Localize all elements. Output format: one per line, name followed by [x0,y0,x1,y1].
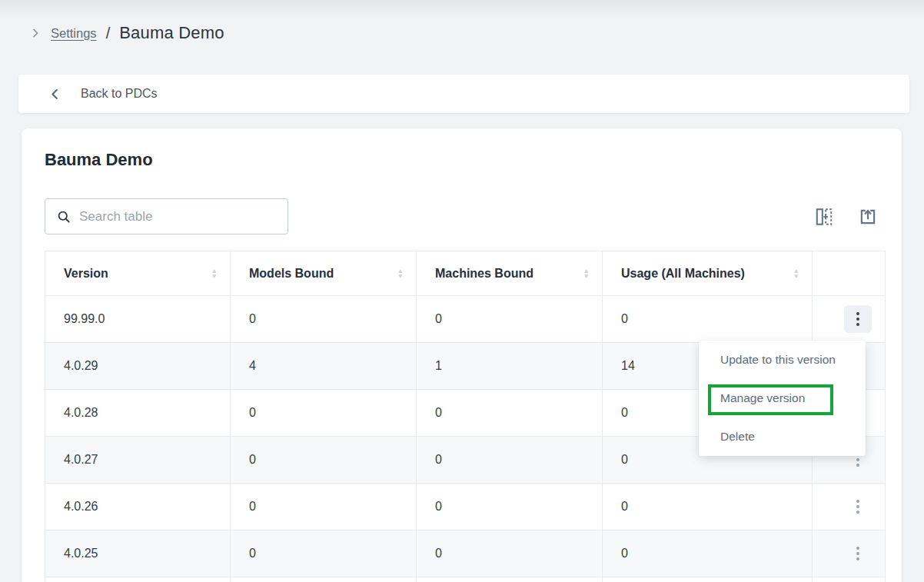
sort-icon[interactable]: ▲▼ [583,268,590,279]
cell-usage: 0 [603,530,813,577]
cell-machines-bound: 0 [417,390,603,437]
table-header-row: Version▲▼ Models Bound▲▼ Machines Bound▲… [45,251,886,296]
chevron-right-icon [29,27,42,39]
sort-icon[interactable]: ▲▼ [211,268,218,279]
cell-models-bound: 0 [231,530,417,577]
table-row: 99.99.0 0 0 0 [45,296,886,343]
table-search [45,198,288,234]
sort-icon[interactable]: ▲▼ [397,268,404,279]
cell-machines-bound: 1 [417,343,603,390]
row-actions-kebab-icon[interactable] [844,305,872,333]
column-header-version[interactable]: Version▲▼ [45,251,231,296]
table-row: 4.0.25 0 0 0 [45,530,886,577]
cell-version: 99.99.0 [45,296,231,343]
export-icon[interactable] [857,206,879,228]
sort-icon[interactable]: ▲▼ [793,268,799,279]
breadcrumb-current-page: Bauma Demo [119,23,224,43]
cell-models-bound: 0 [231,296,417,343]
column-header-models-bound[interactable]: Models Bound▲▼ [231,251,417,296]
menu-item-delete[interactable]: Delete [699,417,866,456]
cell-version: 4.0.28 [45,390,231,437]
column-header-machines-bound[interactable]: Machines Bound▲▼ [417,251,603,296]
chevron-left-icon [48,87,62,101]
row-context-menu: Update to this version Manage version De… [699,341,866,456]
search-input[interactable] [79,209,278,224]
cell-machines-bound: 0 [417,484,603,530]
cell-usage: 0 [603,296,813,343]
cell-models-bound: 4 [231,343,417,390]
cell-version: 4.0.29 [45,343,231,390]
menu-item-manage-version[interactable]: Manage version [699,379,866,417]
table-row: 4.0.26 0 0 0 [45,484,886,530]
breadcrumb-settings-link[interactable]: Settings [51,26,97,41]
cell-models-bound: 0 [231,437,417,484]
row-actions-kebab-icon[interactable] [844,540,872,567]
cell-machines-bound: 0 [417,530,603,577]
back-to-pdcs-button[interactable]: Back to PDCs [18,75,909,113]
cell-version: 4.0.25 [45,530,231,577]
table-row-partial [45,577,886,582]
cell-version: 4.0.26 [45,484,231,530]
page: { "breadcrumb": { "link": "Settings", "s… [0,0,924,582]
row-actions-kebab-icon[interactable] [844,493,872,520]
back-to-pdcs-label: Back to PDCs [81,87,158,101]
column-header-actions [813,251,886,296]
page-title: Bauma Demo [45,150,153,170]
cell-version: 4.0.27 [45,437,231,484]
manage-columns-button[interactable] [813,206,835,228]
cell-machines-bound: 0 [417,437,603,484]
menu-item-update-to-this-version[interactable]: Update to this version [699,341,866,379]
cell-models-bound: 0 [231,390,417,437]
search-icon [56,209,71,224]
breadcrumb: Settings / Bauma Demo [29,23,224,43]
cell-models-bound: 0 [231,484,417,530]
column-header-usage[interactable]: Usage (All Machines)▲▼ [603,251,813,296]
breadcrumb-separator: / [106,25,111,42]
cell-usage: 0 [603,484,813,530]
cell-machines-bound: 0 [417,296,603,343]
